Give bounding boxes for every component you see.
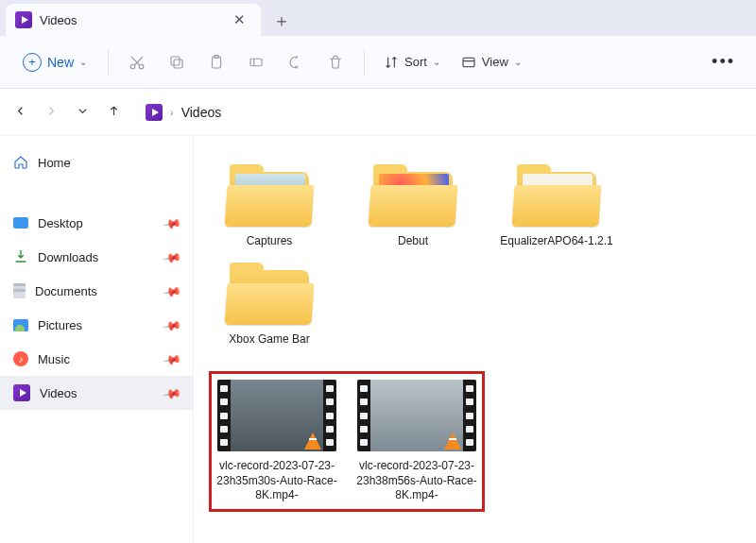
breadcrumb-current[interactable]: Videos xyxy=(181,105,222,120)
sidebar: Home Desktop 📌 Downloads 📌 Documents 📌 P… xyxy=(0,136,194,543)
more-button[interactable]: ••• xyxy=(704,48,743,76)
sidebar-item-label: Home xyxy=(38,156,71,170)
copy-button[interactable] xyxy=(160,45,194,79)
folder-item[interactable]: Debut xyxy=(352,159,473,249)
pin-icon: 📌 xyxy=(162,382,182,402)
sidebar-item-label: Documents xyxy=(35,284,97,298)
vlc-icon xyxy=(444,433,461,450)
toolbar: + New ⌄ Sort ⌄ View ⌄ ••• xyxy=(0,36,756,89)
sidebar-item-label: Music xyxy=(38,352,70,366)
sidebar-item-label: Pictures xyxy=(38,318,82,332)
pictures-icon xyxy=(13,319,28,331)
address-bar: › Videos xyxy=(0,89,756,136)
pin-icon: 📌 xyxy=(162,348,182,368)
view-icon xyxy=(461,55,476,70)
folder-label: Captures xyxy=(247,234,293,249)
svg-point-0 xyxy=(130,64,135,69)
chevron-down-icon: ⌄ xyxy=(79,57,87,67)
rename-button[interactable] xyxy=(239,45,273,79)
file-label: vlc-record-2023-07-23-23h38m56s-Auto-Rac… xyxy=(356,459,477,503)
plus-icon: + xyxy=(23,53,42,72)
add-tab-button[interactable]: ＋ xyxy=(266,6,297,36)
videos-icon xyxy=(15,11,32,28)
folder-icon xyxy=(224,159,315,227)
sidebar-item-pictures[interactable]: Pictures 📌 xyxy=(0,308,193,342)
folder-item[interactable]: EqualizerAPO64-1.2.1 xyxy=(496,159,617,249)
svg-point-1 xyxy=(139,64,144,69)
content-pane[interactable]: Captures Debut EqualizerAPO64-1.2.1 Xb xyxy=(194,136,756,543)
folder-label: Xbox Game Bar xyxy=(229,332,309,348)
divider xyxy=(108,49,109,76)
sort-button[interactable]: Sort ⌄ xyxy=(376,49,448,76)
video-thumbnail xyxy=(357,380,476,451)
breadcrumb[interactable]: › Videos xyxy=(146,104,221,121)
divider xyxy=(364,49,365,76)
share-button[interactable] xyxy=(279,45,313,79)
folder-icon xyxy=(224,257,315,325)
paste-button[interactable] xyxy=(199,45,233,79)
svg-rect-7 xyxy=(463,58,474,66)
pin-icon: 📌 xyxy=(162,212,182,232)
chevron-right-icon: › xyxy=(170,107,174,118)
folder-label: EqualizerAPO64-1.2.1 xyxy=(500,234,612,249)
folder-label: Debut xyxy=(398,234,428,249)
forward-button[interactable] xyxy=(44,104,59,121)
pin-icon: 📌 xyxy=(162,314,182,334)
chevron-down-icon: ⌄ xyxy=(433,57,440,67)
chevron-down-icon: ⌄ xyxy=(514,57,522,67)
recent-button[interactable] xyxy=(76,104,90,121)
folder-item[interactable]: Xbox Game Bar xyxy=(209,257,330,348)
sidebar-item-music[interactable]: ♪ Music 📌 xyxy=(0,342,193,376)
videos-icon xyxy=(13,384,30,401)
desktop-icon xyxy=(13,217,28,229)
file-label: vlc-record-2023-07-23-23h35m30s-Auto-Rac… xyxy=(216,459,337,503)
close-tab-button[interactable]: ✕ xyxy=(228,9,251,30)
sidebar-item-videos[interactable]: Videos 📌 xyxy=(0,376,193,410)
cut-button[interactable] xyxy=(120,45,154,79)
folder-icon xyxy=(511,159,602,227)
sidebar-item-documents[interactable]: Documents 📌 xyxy=(0,274,193,308)
view-button[interactable]: View ⌄ xyxy=(454,49,529,76)
highlighted-selection: vlc-record-2023-07-23-23h35m30s-Auto-Rac… xyxy=(209,371,485,512)
video-file-item[interactable]: vlc-record-2023-07-23-23h38m56s-Auto-Rac… xyxy=(355,380,478,503)
tab-bar: Videos ✕ ＋ xyxy=(0,0,756,36)
new-label: New xyxy=(47,55,74,70)
pin-icon: 📌 xyxy=(162,280,182,300)
sidebar-item-desktop[interactable]: Desktop 📌 xyxy=(0,206,193,240)
vlc-icon xyxy=(304,433,321,450)
video-file-item[interactable]: vlc-record-2023-07-23-23h35m30s-Auto-Rac… xyxy=(215,380,338,503)
svg-rect-3 xyxy=(171,57,180,65)
svg-rect-2 xyxy=(174,59,182,68)
documents-icon xyxy=(13,283,26,298)
new-button[interactable]: + New ⌄ xyxy=(13,47,96,77)
download-icon xyxy=(13,248,28,266)
sidebar-item-downloads[interactable]: Downloads 📌 xyxy=(0,240,193,274)
tab-videos[interactable]: Videos ✕ xyxy=(6,4,261,36)
sort-label: Sort xyxy=(404,55,427,69)
folder-icon xyxy=(368,159,458,227)
folder-item[interactable]: Captures xyxy=(209,159,330,249)
tab-title: Videos xyxy=(40,13,77,27)
sidebar-item-label: Desktop xyxy=(38,216,83,230)
video-thumbnail xyxy=(217,380,336,451)
pin-icon: 📌 xyxy=(162,246,182,266)
videos-icon xyxy=(146,104,163,121)
sidebar-item-label: Videos xyxy=(40,386,77,400)
up-button[interactable] xyxy=(107,104,121,121)
sidebar-item-home[interactable]: Home xyxy=(0,145,193,179)
back-button[interactable] xyxy=(13,104,27,121)
home-icon xyxy=(13,155,28,170)
delete-button[interactable] xyxy=(318,45,352,79)
view-label: View xyxy=(482,55,508,69)
sort-icon xyxy=(384,55,399,70)
sidebar-item-label: Downloads xyxy=(38,250,98,264)
music-icon: ♪ xyxy=(13,351,28,366)
svg-rect-6 xyxy=(250,59,262,66)
